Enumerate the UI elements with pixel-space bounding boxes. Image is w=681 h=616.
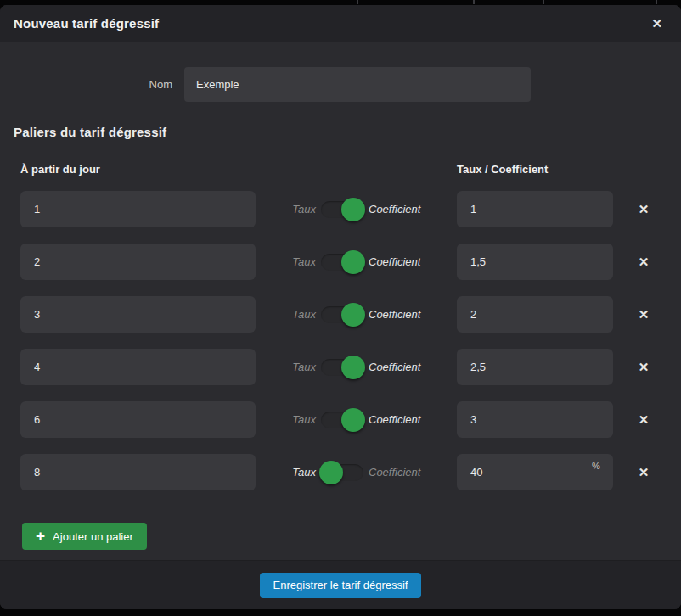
column-headers: À partir du jour Taux / Coefficient: [0, 163, 681, 176]
taux-coefficient-toggle[interactable]: [321, 254, 363, 271]
coefficient-label: Coefficient: [369, 191, 420, 227]
coefficient-label: Coefficient: [369, 349, 420, 385]
column-header-rate: Taux / Coefficient: [457, 163, 548, 176]
taux-coefficient-toggle[interactable]: [321, 306, 363, 323]
column-header-day: À partir du jour: [20, 163, 100, 176]
taux-label: Taux: [255, 244, 316, 280]
background-tab-divider: [473, 0, 475, 4]
taux-coefficient-toggle[interactable]: [321, 201, 363, 218]
value-input[interactable]: [457, 296, 613, 333]
palier-row: Taux Coefficient ✕: [0, 401, 681, 438]
add-palier-label: Ajouter un palier: [53, 530, 133, 543]
modal-footer: Enregistrer le tarif dégressif: [0, 560, 681, 609]
taux-label: Taux: [255, 401, 316, 438]
name-input[interactable]: [184, 67, 531, 102]
remove-row-icon[interactable]: ✕: [633, 401, 654, 438]
day-input[interactable]: [20, 401, 256, 438]
remove-row-icon[interactable]: ✕: [633, 244, 654, 280]
day-input[interactable]: [20, 454, 256, 490]
taux-coefficient-toggle[interactable]: [321, 359, 363, 376]
modal-title: Nouveau tarif dégressif: [14, 16, 159, 31]
toggle-knob: [341, 250, 365, 274]
taux-label: Taux: [255, 349, 316, 385]
taux-label: Taux: [255, 296, 316, 333]
modal-body: Nom Paliers du tarif dégressif À partir …: [0, 42, 681, 560]
add-palier-button[interactable]: + Ajouter un palier: [22, 523, 147, 550]
remove-row-icon[interactable]: ✕: [633, 191, 654, 227]
day-input[interactable]: [20, 296, 256, 333]
taux-label: Taux: [255, 454, 316, 490]
close-icon[interactable]: ✕: [646, 14, 667, 33]
palier-row: Taux Coefficient % ✕: [0, 454, 681, 490]
taux-coefficient-toggle[interactable]: [321, 464, 363, 481]
palier-row: Taux Coefficient ✕: [0, 191, 681, 227]
background-tab-divider: [543, 0, 544, 4]
taux-label: Taux: [255, 191, 316, 227]
toggle-knob: [341, 198, 365, 221]
value-input[interactable]: [457, 401, 613, 438]
toggle-knob: [341, 303, 365, 327]
value-input[interactable]: [457, 244, 613, 280]
day-input[interactable]: [20, 349, 256, 385]
toggle-knob: [341, 356, 365, 379]
background-tab-divider: [357, 0, 358, 4]
value-input[interactable]: [457, 349, 613, 385]
taux-coefficient-toggle[interactable]: [321, 412, 363, 428]
value-input[interactable]: [457, 454, 613, 490]
coefficient-label: Coefficient: [369, 401, 420, 438]
coefficient-label: Coefficient: [369, 454, 420, 490]
coefficient-label: Coefficient: [369, 244, 420, 280]
palier-row: Taux Coefficient ✕: [0, 244, 681, 280]
save-tariff-button[interactable]: Enregistrer le tarif dégressif: [260, 573, 422, 598]
name-form-group: Nom: [0, 67, 681, 102]
day-input[interactable]: [20, 191, 256, 227]
remove-row-icon[interactable]: ✕: [633, 296, 654, 333]
remove-row-icon[interactable]: ✕: [633, 454, 654, 490]
palier-row: Taux Coefficient ✕: [0, 349, 681, 385]
background-tab-divider: [656, 0, 657, 4]
modal-header: Nouveau tarif dégressif ✕: [0, 5, 681, 42]
percent-suffix: %: [592, 461, 600, 471]
palier-rows: Taux Coefficient ✕ Taux Coefficient ✕ Ta…: [0, 191, 681, 490]
palier-row: Taux Coefficient ✕: [0, 296, 681, 333]
coefficient-label: Coefficient: [369, 296, 420, 333]
new-degressive-tariff-modal: Nouveau tarif dégressif ✕ Nom Paliers du…: [0, 5, 681, 609]
toggle-knob: [341, 408, 365, 432]
day-input[interactable]: [20, 244, 256, 280]
plus-icon: +: [36, 528, 45, 544]
name-label: Nom: [0, 78, 172, 91]
section-heading: Paliers du tarif dégressif: [14, 124, 681, 141]
toggle-knob: [319, 461, 343, 484]
value-input[interactable]: [457, 191, 613, 227]
remove-row-icon[interactable]: ✕: [633, 349, 654, 385]
